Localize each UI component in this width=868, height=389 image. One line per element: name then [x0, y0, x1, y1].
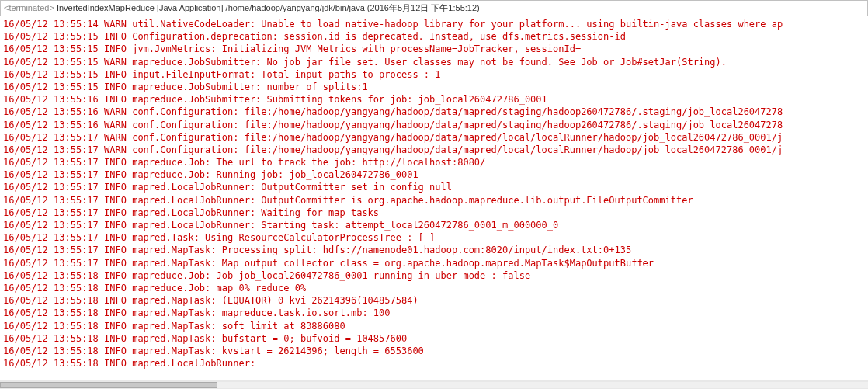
- log-line: 16/05/12 13:55:18 INFO mapred.MapTask: s…: [3, 320, 865, 332]
- log-line: 16/05/12 13:55:18 INFO mapred.MapTask: m…: [3, 307, 865, 319]
- log-line: 16/05/12 13:55:15 WARN mapreduce.JobSubm…: [3, 56, 865, 68]
- log-line: 16/05/12 13:55:17 INFO mapred.Task: Usin…: [3, 231, 865, 244]
- log-line: 16/05/12 13:55:17 INFO mapreduce.Job: Ru…: [3, 168, 865, 181]
- scrollbar-thumb[interactable]: [0, 382, 217, 388]
- log-line: 16/05/12 13:55:15 INFO jvm.JvmMetrics: I…: [3, 43, 865, 55]
- log-line: 16/05/12 13:55:15 INFO Configuration.dep…: [3, 30, 865, 43]
- log-line: 16/05/12 13:55:14 WARN util.NativeCodeLo…: [3, 18, 865, 30]
- terminated-label: <terminated>: [4, 3, 54, 12]
- log-line: 16/05/12 13:55:16 WARN conf.Configuratio…: [3, 106, 865, 118]
- log-line: 16/05/12 13:55:18 INFO mapred.MapTask: (…: [3, 294, 865, 307]
- log-line: 16/05/12 13:55:18 INFO mapred.LocalJobRu…: [3, 357, 865, 370]
- log-line: 16/05/12 13:55:17 INFO mapred.LocalJobRu…: [3, 181, 865, 193]
- log-line: 16/05/12 13:55:15 INFO mapreduce.JobSubm…: [3, 81, 865, 93]
- log-line: 16/05/12 13:55:17 INFO mapred.MapTask: M…: [3, 257, 865, 269]
- log-line: 16/05/12 13:55:17 INFO mapred.LocalJobRu…: [3, 219, 865, 231]
- console-output[interactable]: 16/05/12 13:55:14 WARN util.NativeCodeLo…: [0, 16, 868, 371]
- log-line: 16/05/12 13:55:17 INFO mapred.LocalJobRu…: [3, 194, 865, 207]
- log-line: 16/05/12 13:55:18 INFO mapred.MapTask: b…: [3, 332, 865, 345]
- log-line: 16/05/12 13:55:17 INFO mapred.LocalJobRu…: [3, 207, 865, 219]
- log-line: 16/05/12 13:55:18 INFO mapreduce.Job: ma…: [3, 282, 865, 294]
- log-line: 16/05/12 13:55:17 WARN conf.Configuratio…: [3, 131, 865, 144]
- log-line: 16/05/12 13:55:18 INFO mapreduce.Job: Jo…: [3, 269, 865, 282]
- log-line: 16/05/12 13:55:15 INFO input.FileInputFo…: [3, 68, 865, 81]
- log-line: 16/05/12 13:55:17 WARN conf.Configuratio…: [3, 144, 865, 156]
- log-line: 16/05/12 13:55:17 INFO mapreduce.Job: Th…: [3, 156, 865, 168]
- log-line: 16/05/12 13:55:18 INFO mapred.MapTask: k…: [3, 345, 865, 357]
- log-line: 16/05/12 13:55:17 INFO mapred.MapTask: P…: [3, 244, 865, 256]
- log-line: 16/05/12 13:55:16 INFO mapreduce.JobSubm…: [3, 93, 865, 106]
- application-name: InvertedIndexMapReduce [Java Application…: [57, 3, 480, 12]
- console-header: <terminated> InvertedIndexMapReduce [Jav…: [0, 0, 868, 16]
- scrollbar-track[interactable]: [0, 382, 868, 388]
- log-line: 16/05/12 13:55:16 WARN conf.Configuratio…: [3, 119, 865, 131]
- horizontal-scrollbar[interactable]: [0, 380, 868, 389]
